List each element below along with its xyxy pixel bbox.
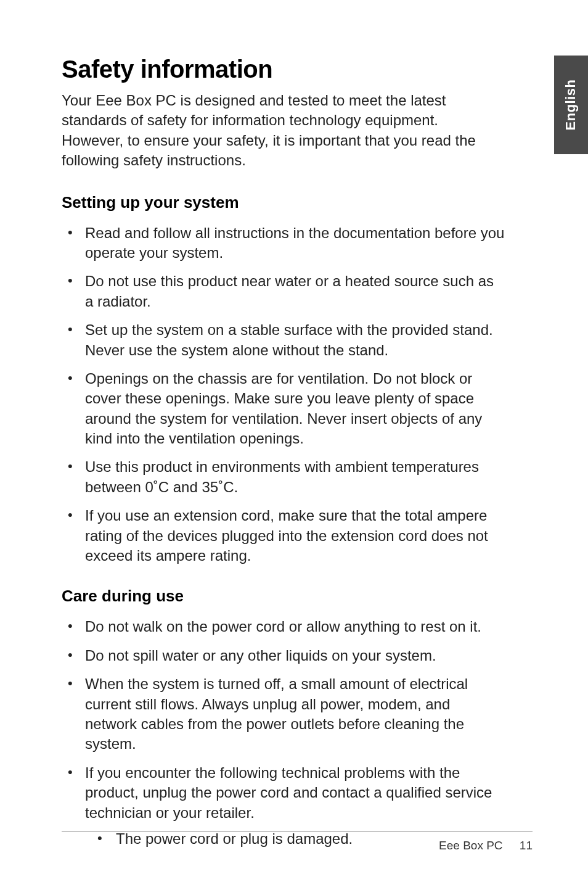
list-item: Set up the system on a stable surface wi… xyxy=(62,320,505,360)
setup-list: Read and follow all instructions in the … xyxy=(62,223,505,566)
page-title: Safety information xyxy=(62,56,533,83)
list-item: Use this product in environments with am… xyxy=(62,457,505,497)
section-heading-setup: Setting up your system xyxy=(62,193,533,212)
page: English Safety information Your Eee Box … xyxy=(0,0,588,887)
care-list: Do not walk on the power cord or allow a… xyxy=(62,617,505,849)
list-item: Do not use this product near water or a … xyxy=(62,271,505,311)
footer-product: Eee Box PC xyxy=(439,839,503,852)
list-item: Do not spill water or any other liquids … xyxy=(62,646,505,666)
footer-text: Eee Box PC 11 xyxy=(62,839,533,852)
section-heading-care: Care during use xyxy=(62,587,533,606)
list-item: Read and follow all instructions in the … xyxy=(62,223,505,263)
footer-page-number: 11 xyxy=(520,839,533,852)
footer-divider xyxy=(62,831,533,831)
language-tab: English xyxy=(554,56,588,154)
intro-paragraph: Your Eee Box PC is designed and tested t… xyxy=(62,91,493,171)
language-tab-label: English xyxy=(563,80,579,131)
list-item: Do not walk on the power cord or allow a… xyxy=(62,617,505,637)
list-item: Openings on the chassis are for ventilat… xyxy=(62,369,505,449)
page-footer: Eee Box PC 11 xyxy=(62,831,533,852)
list-item-text: If you encounter the following technical… xyxy=(85,764,492,821)
list-item: When the system is turned off, a small a… xyxy=(62,674,505,754)
list-item: If you use an extension cord, make sure … xyxy=(62,506,505,566)
